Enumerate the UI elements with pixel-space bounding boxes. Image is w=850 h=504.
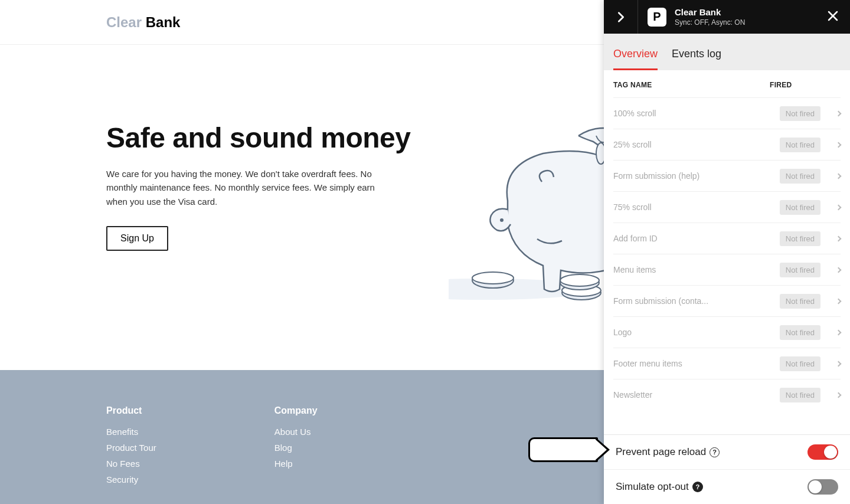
- collapse-button[interactable]: [604, 0, 638, 34]
- piwik-logo-icon: P: [648, 8, 666, 27]
- tag-fired-status: Not fired: [780, 264, 820, 275]
- tag-fired-status: Not fired: [780, 390, 820, 400]
- tag-row[interactable]: Form submission (conta...Not fired: [613, 285, 841, 316]
- tag-name-label: 100% scroll: [613, 109, 780, 118]
- tag-row[interactable]: 75% scrollNot fired: [613, 191, 841, 222]
- footer-col-company: Company About Us Blog Help: [274, 405, 318, 504]
- tab-events-log[interactable]: Events log: [672, 48, 721, 70]
- tag-fired-status: Not fired: [780, 202, 820, 212]
- logo[interactable]: Clear Bank: [106, 14, 180, 31]
- panel-body[interactable]: TAG NAME FIRED 100% scrollNot fired25% s…: [604, 70, 850, 434]
- tag-fired-status: Not fired: [780, 327, 820, 338]
- footer-link-nofees[interactable]: No Fees: [106, 459, 156, 469]
- hero-description: We care for you having the money. We don…: [106, 167, 395, 208]
- simulate-optout-label: Simulate opt-out ?: [616, 481, 703, 493]
- th-fired: FIRED: [770, 81, 841, 89]
- logo-text-bank: Bank: [142, 14, 180, 30]
- footer-product-title: Product: [106, 405, 156, 416]
- th-tag-name: TAG NAME: [613, 81, 770, 89]
- help-icon[interactable]: ?: [710, 447, 720, 457]
- footer-link-help[interactable]: Help: [274, 459, 318, 469]
- prevent-reload-label: Prevent page reload ?: [616, 446, 720, 458]
- panel-header: P Clear Bank Sync: OFF, Async: ON: [604, 0, 850, 34]
- tag-row[interactable]: NewsletterNot fired: [613, 379, 841, 410]
- tag-name-label: Form submission (help): [613, 171, 780, 181]
- tag-name-label: Newsletter: [613, 390, 780, 400]
- not-fired-badge: Not fired: [780, 200, 820, 215]
- simulate-optout-text: Simulate opt-out: [616, 481, 689, 493]
- prevent-reload-row: Prevent page reload ?: [604, 435, 850, 470]
- panel-sync-status: Sync: OFF, Async: ON: [675, 18, 824, 27]
- not-fired-badge: Not fired: [780, 294, 820, 309]
- chevron-right-icon: [820, 174, 841, 178]
- tag-fired-status: Not fired: [780, 233, 820, 244]
- not-fired-badge: Not fired: [780, 106, 820, 121]
- svg-point-6: [560, 274, 599, 286]
- tag-name-label: 25% scroll: [613, 140, 780, 149]
- prevent-reload-toggle[interactable]: [808, 444, 838, 460]
- close-icon: [828, 11, 838, 21]
- tag-row[interactable]: Menu itemsNot fired: [613, 254, 841, 285]
- tag-fired-status: Not fired: [780, 108, 820, 119]
- chevron-right-icon: [820, 112, 841, 116]
- logo-text-clear: Clear: [106, 14, 142, 30]
- callout-arrow: [528, 437, 612, 463]
- close-button[interactable]: [824, 7, 842, 27]
- footer-company-title: Company: [274, 405, 318, 416]
- not-fired-badge: Not fired: [780, 388, 820, 402]
- not-fired-badge: Not fired: [780, 356, 820, 371]
- not-fired-badge: Not fired: [780, 231, 820, 246]
- panel-title-block: Clear Bank Sync: OFF, Async: ON: [675, 7, 824, 27]
- tag-name-label: Form submission (conta...: [613, 296, 780, 306]
- not-fired-badge: Not fired: [780, 138, 820, 152]
- svg-point-7: [500, 218, 504, 222]
- footer-link-about[interactable]: About Us: [274, 427, 318, 437]
- tab-overview[interactable]: Overview: [613, 48, 658, 70]
- simulate-optout-row: Simulate opt-out ?: [604, 470, 850, 504]
- simulate-optout-toggle[interactable]: [808, 479, 838, 495]
- chevron-right-icon: [820, 299, 841, 303]
- chevron-right-icon: [820, 237, 841, 241]
- chevron-right-icon: [820, 362, 841, 366]
- tag-row[interactable]: Add form IDNot fired: [613, 222, 841, 254]
- not-fired-badge: Not fired: [780, 263, 820, 277]
- chevron-right-icon: [820, 393, 841, 397]
- hero-title: Safe and sound money: [106, 122, 413, 154]
- prevent-reload-text: Prevent page reload: [616, 446, 706, 458]
- footer-link-benefits[interactable]: Benefits: [106, 427, 156, 437]
- tag-row[interactable]: 100% scrollNot fired: [613, 97, 841, 129]
- tag-name-label: Logo: [613, 328, 780, 337]
- panel-tabs: Overview Events log: [604, 34, 850, 70]
- svg-point-2: [472, 272, 514, 284]
- help-icon[interactable]: ?: [692, 482, 703, 492]
- tag-name-label: Footer menu items: [613, 359, 780, 368]
- panel-site-name: Clear Bank: [675, 7, 824, 17]
- tag-fired-status: Not fired: [780, 296, 820, 306]
- panel-footer: Prevent page reload ? Simulate opt-out ?: [604, 434, 850, 504]
- tag-fired-status: Not fired: [780, 358, 820, 369]
- footer-link-tour[interactable]: Product Tour: [106, 443, 156, 453]
- tag-table-header: TAG NAME FIRED: [613, 70, 841, 97]
- chevron-right-icon: [820, 143, 841, 147]
- tag-row[interactable]: Footer menu itemsNot fired: [613, 348, 841, 379]
- signup-button[interactable]: Sign Up: [106, 226, 168, 251]
- chevron-right-icon: [820, 205, 841, 210]
- tag-name-label: Menu items: [613, 265, 780, 274]
- footer-col-product: Product Benefits Product Tour No Fees Se…: [106, 405, 156, 504]
- chevron-right-icon: [614, 11, 627, 24]
- tag-fired-status: Not fired: [780, 139, 820, 150]
- tag-row[interactable]: 25% scrollNot fired: [613, 129, 841, 160]
- footer-link-blog[interactable]: Blog: [274, 443, 318, 453]
- tag-row[interactable]: LogoNot fired: [613, 316, 841, 348]
- chevron-right-icon: [820, 268, 841, 272]
- chevron-right-icon: [820, 330, 841, 335]
- debug-panel: P Clear Bank Sync: OFF, Async: ON Overvi…: [604, 0, 850, 504]
- not-fired-badge: Not fired: [780, 325, 820, 340]
- footer-link-security[interactable]: Security: [106, 474, 156, 485]
- tag-row[interactable]: Form submission (help)Not fired: [613, 160, 841, 191]
- tag-name-label: 75% scroll: [613, 202, 780, 212]
- not-fired-badge: Not fired: [780, 169, 820, 184]
- tag-fired-status: Not fired: [780, 171, 820, 181]
- tag-name-label: Add form ID: [613, 234, 780, 243]
